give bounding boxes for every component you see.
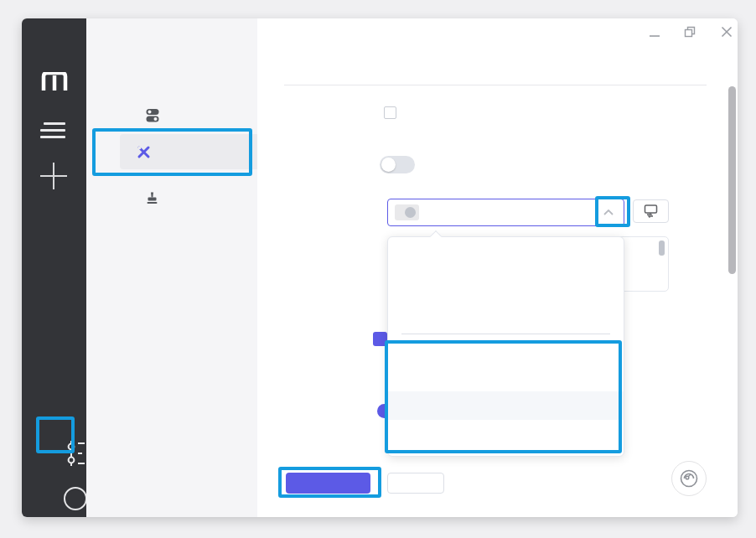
dropdown-item[interactable]: [388, 297, 624, 326]
preferences-panel: [86, 18, 257, 517]
dropdown-divider: [388, 326, 624, 341]
speedometer-icon: [679, 468, 699, 489]
dropdown-item[interactable]: [388, 269, 624, 297]
motrix-logo-icon: [22, 72, 86, 94]
textarea-scrollbar[interactable]: [659, 241, 665, 256]
title-separator: [284, 85, 707, 85]
app-window: [22, 18, 738, 517]
tag-remove-icon[interactable]: [405, 207, 416, 218]
dropdown-item[interactable]: [388, 241, 624, 269]
auto-update-checkbox[interactable]: [384, 106, 396, 119]
tracker-dropdown: [387, 236, 624, 457]
sidebar: [22, 18, 86, 517]
sidebar-item-lab[interactable]: [120, 180, 167, 215]
dropdown-item-selected[interactable]: [388, 391, 624, 420]
toggle-knob: [381, 158, 396, 172]
close-button[interactable]: [721, 26, 733, 38]
stamp-icon: [146, 191, 158, 204]
sidebar-item-basic[interactable]: [120, 97, 168, 132]
selected-tracker-tag: [395, 204, 419, 220]
add-task-icon[interactable]: [22, 163, 86, 189]
dropdown-item[interactable]: [388, 363, 624, 391]
occluded-checked-checkbox[interactable]: [373, 332, 387, 346]
minimize-button[interactable]: [649, 30, 660, 42]
proxy-toggle[interactable]: [380, 156, 415, 173]
sidebar-item-advanced[interactable]: [120, 134, 159, 169]
speed-limit-button[interactable]: [671, 461, 707, 496]
screenshot-stage: [0, 0, 756, 538]
dropdown-group-header: [388, 341, 624, 363]
tools-icon: [137, 145, 151, 159]
device-sync-icon: [643, 204, 659, 219]
dropdown-item[interactable]: [388, 420, 624, 448]
save-apply-button[interactable]: [286, 473, 370, 494]
sync-trackers-button[interactable]: [633, 199, 669, 223]
restore-button[interactable]: [684, 26, 696, 38]
discard-button[interactable]: [387, 473, 444, 494]
vertical-scrollbar[interactable]: [728, 86, 736, 274]
preferences-icon[interactable]: [62, 439, 89, 468]
toggles-icon: [146, 108, 159, 122]
tracker-servers-select[interactable]: [387, 199, 624, 226]
chevron-up-icon[interactable]: [603, 210, 614, 215]
help-icon[interactable]: [64, 487, 87, 510]
